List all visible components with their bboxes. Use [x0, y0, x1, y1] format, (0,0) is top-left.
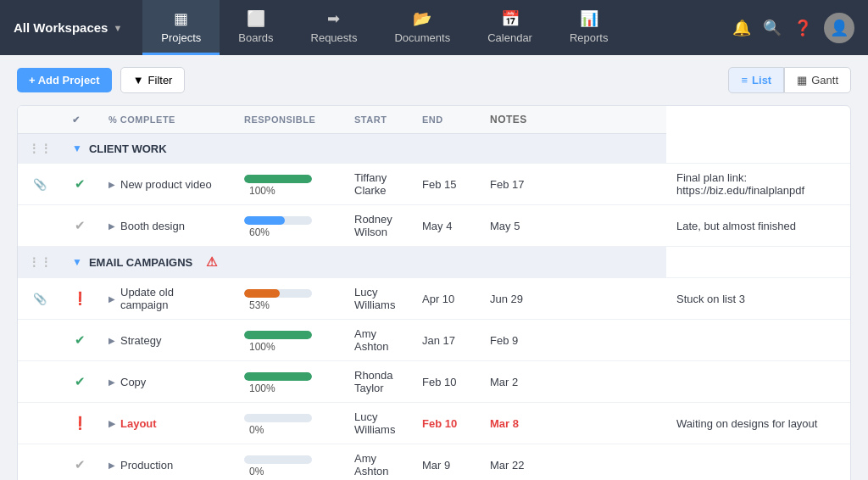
brand[interactable]: All Workspaces ▼: [14, 20, 122, 35]
group-name-cell: ▼ CLIENT WORK: [62, 134, 666, 164]
attachment-icon: 📎: [33, 293, 47, 305]
filter-button[interactable]: ▼ Filter: [120, 67, 186, 93]
toolbar-right: ≡ List ▦ Gantt: [728, 67, 851, 93]
task-progress-cell: 60%: [234, 205, 344, 247]
task-notes-cell: Waiting on designs for layout: [666, 403, 850, 444]
task-notes-cell: Final plan link: https://biz.edu/finalpl…: [666, 164, 850, 205]
task-name-label: Copy: [120, 376, 146, 388]
group-collapse-icon[interactable]: ▼: [72, 256, 82, 268]
task-expand-icon[interactable]: ▶: [108, 294, 115, 304]
task-status-cell: ✔: [62, 320, 98, 361]
nav-item-requests[interactable]: ➡Requests: [292, 0, 376, 55]
task-responsible-cell: Tiffany Clarke: [344, 164, 412, 205]
task-end-label: Mar 2: [490, 376, 518, 388]
task-expand-icon[interactable]: ▶: [108, 377, 115, 387]
task-status-cell: ✔: [62, 205, 98, 247]
task-responsible-label: Rhonda Taylor: [354, 369, 393, 394]
search-icon[interactable]: 🔍: [763, 19, 782, 37]
task-start-cell: Feb 10: [412, 403, 480, 444]
check-gray-icon: ✔: [75, 457, 86, 472]
drag-handle-icon: ⋮⋮: [28, 255, 52, 269]
task-start-cell: Apr 10: [412, 278, 480, 320]
task-clip-cell: [18, 320, 62, 361]
nav-item-projects[interactable]: ▦Projects: [142, 0, 220, 55]
task-start-cell: Feb 15: [412, 164, 480, 205]
nav-item-boards[interactable]: ⬜Boards: [220, 0, 292, 55]
task-responsible-label: Amy Ashton: [354, 452, 388, 477]
table-body: ⋮⋮ ▼ CLIENT WORK 📎 ✔ ▶ New product video: [18, 134, 850, 481]
gantt-view-button[interactable]: ▦ Gantt: [784, 67, 851, 93]
task-clip-cell: [18, 361, 62, 403]
task-expand-icon[interactable]: ▶: [108, 221, 115, 231]
bell-icon[interactable]: 🔔: [732, 19, 751, 37]
task-name-label: Update old campaign: [120, 286, 224, 311]
task-end-cell: Feb 17: [480, 164, 666, 205]
task-end-label: Feb 9: [490, 334, 518, 347]
task-start-cell: Feb 10: [412, 361, 480, 403]
task-end-cell: Feb 9: [480, 320, 666, 361]
task-clip-cell: 📎: [18, 164, 62, 205]
brand-chevron-icon: ▼: [113, 23, 122, 33]
table-row: ✔ ▶ Production 0% Amy Ashton Mar 9 Mar: [18, 444, 850, 481]
task-expand-icon[interactable]: ▶: [108, 180, 115, 189]
task-name-cell[interactable]: ▶ New product video: [98, 164, 234, 205]
task-expand-icon[interactable]: ▶: [108, 336, 115, 345]
nav-item-label: Boards: [238, 31, 273, 44]
gantt-icon: ▦: [797, 74, 807, 87]
task-notes-cell: [666, 444, 850, 481]
task-expand-icon[interactable]: ▶: [108, 460, 115, 470]
avatar[interactable]: 👤: [824, 13, 854, 43]
progress-bar: [244, 414, 312, 422]
requests-icon: ➡: [327, 9, 340, 28]
list-label: List: [752, 74, 771, 87]
projects-icon: ▦: [174, 9, 188, 28]
progress-pct: 0%: [249, 424, 264, 436]
nav-item-documents[interactable]: 📂Documents: [376, 0, 469, 55]
task-start-label: Mar 9: [422, 459, 450, 472]
group-drag: ⋮⋮: [18, 247, 62, 278]
task-name-cell[interactable]: ▶ Strategy: [98, 320, 234, 361]
table-row: 📎 ❗ ▶ Update old campaign 53% Lucy Willi…: [18, 278, 850, 320]
task-name-cell[interactable]: ▶ Update old campaign: [98, 278, 234, 320]
task-responsible-label: Rodney Wilson: [354, 213, 392, 238]
brand-label: All Workspaces: [14, 20, 108, 35]
task-name-cell[interactable]: ▶ Layout: [98, 403, 234, 444]
nav-item-calendar[interactable]: 📅Calendar: [469, 0, 551, 55]
th-drag: [18, 106, 62, 134]
list-view-button[interactable]: ≡ List: [728, 67, 784, 93]
task-name-cell[interactable]: ▶ Booth design: [98, 205, 234, 247]
task-responsible-cell: Rhonda Taylor: [344, 361, 412, 403]
task-notes-label: Late, but almost finished: [676, 220, 796, 232]
group-collapse-icon[interactable]: ▼: [72, 142, 82, 154]
check-green-icon: ✔: [75, 332, 86, 347]
task-progress-cell: 100%: [234, 361, 344, 403]
task-start-cell: Jan 17: [412, 320, 480, 361]
alert-icon: ⚠: [206, 254, 217, 270]
warn-orange-icon: ❗: [72, 291, 88, 305]
task-notes-cell: Late, but almost finished: [666, 205, 850, 247]
task-end-label: Mar 22: [490, 459, 524, 472]
task-name-cell[interactable]: ▶ Copy: [98, 361, 234, 403]
task-clip-cell: [18, 403, 62, 444]
progress-bar: [244, 372, 312, 381]
add-project-button[interactable]: + Add Project: [17, 68, 112, 92]
task-start-cell: Mar 9: [412, 444, 480, 481]
task-expand-icon[interactable]: ▶: [108, 419, 115, 428]
warn-red-icon: ❗: [72, 416, 88, 430]
task-name-cell[interactable]: ▶ Production: [98, 444, 234, 481]
gantt-label: Gantt: [811, 74, 838, 87]
task-start-cell: May 4: [412, 205, 480, 247]
nav-item-label: Projects: [161, 31, 201, 44]
help-icon[interactable]: ❓: [793, 19, 812, 37]
toolbar-left: + Add Project ▼ Filter: [17, 67, 185, 93]
boards-icon: ⬜: [247, 9, 265, 28]
task-progress-cell: 100%: [234, 320, 344, 361]
th-responsible: RESPONSIBLE: [234, 106, 344, 134]
task-notes-label: Stuck on list 3: [676, 293, 745, 305]
progress-fill: [244, 216, 285, 225]
filter-label: Filter: [148, 74, 173, 87]
nav-item-reports[interactable]: 📊Reports: [551, 0, 627, 55]
task-responsible-cell: Amy Ashton: [344, 444, 412, 481]
check-green-icon: ✔: [75, 176, 86, 191]
projects-table: ✔ % COMPLETE RESPONSIBLE START END NOTES…: [17, 105, 851, 480]
